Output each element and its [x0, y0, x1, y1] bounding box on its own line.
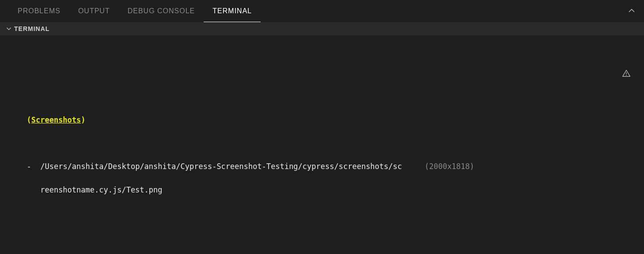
terminal-output[interactable]: (Screenshots) - /Users/anshita/Desktop/a…: [0, 35, 644, 254]
screenshots-heading: (Screenshots): [18, 114, 626, 126]
tab-output[interactable]: OUTPUT: [69, 0, 119, 22]
terminal-section-header[interactable]: TERMINAL: [0, 22, 644, 35]
panel-tabs: PROBLEMS OUTPUT DEBUG CONSOLE TERMINAL: [0, 0, 644, 22]
section-title: TERMINAL: [14, 25, 49, 32]
tab-debug-console[interactable]: DEBUG CONSOLE: [119, 0, 204, 22]
screenshot-entry-line2: reenshotname.cy.js/Test.png: [18, 184, 626, 196]
screenshot-entry: - /Users/anshita/Desktop/anshita/Cypress…: [18, 161, 626, 172]
tab-terminal[interactable]: TERMINAL: [204, 0, 261, 22]
tab-problems[interactable]: PROBLEMS: [9, 0, 69, 22]
warning-icon[interactable]: [604, 58, 631, 93]
panel-maximize-icon[interactable]: [628, 8, 635, 15]
svg-point-1: [626, 75, 627, 76]
chevron-down-icon: [6, 26, 11, 31]
